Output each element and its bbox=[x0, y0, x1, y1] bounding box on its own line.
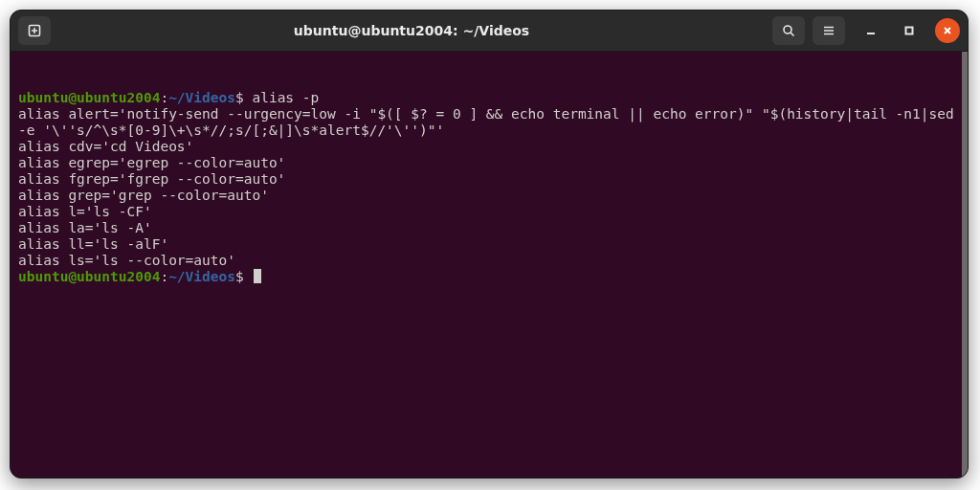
new-tab-button[interactable] bbox=[18, 16, 51, 45]
terminal-window: ubuntu@ubuntu2004: ~/Videos ubuntu@ubunt… bbox=[10, 10, 969, 479]
minimize-button[interactable] bbox=[858, 18, 883, 43]
svg-point-3 bbox=[784, 26, 791, 33]
prompt-separator: : bbox=[160, 269, 168, 284]
output-line: alias ls='ls --color=auto' bbox=[18, 253, 960, 269]
output-line: alias cdv='cd Videos' bbox=[18, 139, 960, 155]
terminal-body[interactable]: ubuntu@ubuntu2004:~/Videos$ alias -palia… bbox=[11, 52, 968, 478]
output-line: alias la='ls -A' bbox=[18, 220, 960, 236]
prompt-path: ~/Videos bbox=[168, 90, 235, 105]
scrollbar[interactable] bbox=[962, 52, 968, 478]
command-line: ubuntu@ubuntu2004:~/Videos$ alias -p bbox=[18, 90, 960, 106]
prompt-path: ~/Videos bbox=[168, 269, 235, 284]
titlebar: ubuntu@ubuntu2004: ~/Videos bbox=[11, 11, 968, 52]
prompt-user: ubuntu@ubuntu2004 bbox=[18, 269, 160, 284]
close-button[interactable] bbox=[935, 18, 960, 43]
output-line: alias egrep='egrep --color=auto' bbox=[18, 155, 960, 171]
svg-line-4 bbox=[791, 33, 794, 36]
prompt-user: ubuntu@ubuntu2004 bbox=[18, 90, 160, 105]
output-line: alias alert='notify-send --urgency=low -… bbox=[18, 106, 960, 139]
search-button[interactable] bbox=[772, 16, 805, 45]
output-line: alias l='ls -CF' bbox=[18, 204, 960, 220]
cursor bbox=[254, 269, 261, 283]
output-line: alias fgrep='fgrep --color=auto' bbox=[18, 171, 960, 188]
window-title: ubuntu@ubuntu2004: ~/Videos bbox=[58, 23, 765, 38]
prompt-line: ubuntu@ubuntu2004:~/Videos$ bbox=[18, 269, 960, 285]
prompt-separator: : bbox=[160, 90, 168, 105]
output-line: alias grep='grep --color=auto' bbox=[18, 188, 960, 204]
hamburger-menu-button[interactable] bbox=[813, 16, 845, 45]
prompt-symbol: $ bbox=[235, 90, 252, 105]
svg-rect-9 bbox=[906, 28, 913, 34]
typed-command: alias -p bbox=[252, 90, 319, 105]
prompt-symbol: $ bbox=[235, 269, 252, 284]
maximize-button[interactable] bbox=[897, 18, 922, 43]
output-line: alias ll='ls -alF' bbox=[18, 236, 960, 253]
